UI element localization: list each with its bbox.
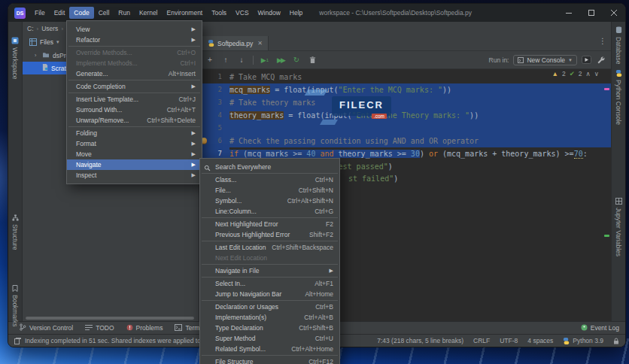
menubar-item-kernel[interactable]: Kernel — [135, 7, 163, 19]
menubar-item-code[interactable]: Code — [69, 7, 93, 19]
readonly-lock-icon[interactable] — [613, 338, 619, 344]
indent-size[interactable]: 4 spaces — [527, 337, 553, 344]
menu-item-last-edit-location[interactable]: Last Edit LocationCtrl+Shift+Backspace — [200, 242, 339, 253]
menu-item-generate[interactable]: Generate...Alt+Insert — [67, 68, 202, 79]
settings-wrench-icon[interactable] — [596, 56, 605, 64]
breadcrumb-item-users[interactable]: Users — [41, 25, 58, 32]
menu-item-jump-to-navigation-bar[interactable]: Jump to Navigation BarAlt+Home — [200, 289, 339, 299]
toolwindow-tab-todo[interactable]: TODO — [85, 324, 114, 332]
menu-item-unwrap-remove[interactable]: Unwrap/Remove...Ctrl+Shift+Delete — [67, 115, 202, 126]
menubar-item-environment[interactable]: Environment — [163, 7, 208, 19]
toolwindow-tab-jupyter-variables[interactable]: Jupyter Variables — [615, 198, 622, 256]
tab-softpedia-py[interactable]: Softpedia.py ✕ — [202, 36, 269, 50]
event-log-icon — [581, 324, 588, 332]
menu-item-navigate[interactable]: Navigate▶ — [67, 159, 202, 170]
menu-item-class[interactable]: Class...Ctrl+N — [200, 174, 339, 185]
menu-item-implementation-s[interactable]: Implementation(s)Ctrl+Alt+B — [200, 312, 339, 323]
menu-item-file[interactable]: File...Ctrl+Shift+N — [200, 185, 339, 196]
menu-item-folding[interactable]: Folding▶ — [67, 128, 202, 138]
toolwindow-tab-structure[interactable]: Structure — [11, 214, 19, 250]
menu-item-implement-methods[interactable]: Implement Methods...Ctrl+I — [67, 58, 202, 68]
move-up-button[interactable]: ↑ — [221, 56, 230, 64]
move-down-button[interactable]: ↓ — [237, 56, 246, 64]
watermark-subtext: .com — [372, 114, 387, 119]
run-in-select[interactable]: New Console ▼ — [513, 55, 577, 65]
prev-issue-icon[interactable]: ∧ — [586, 70, 591, 77]
menu-item-shortcut: Ctrl+N — [315, 174, 333, 185]
menu-item-code-completion[interactable]: Code Completion▶ — [67, 81, 202, 92]
menu-item-surround-with[interactable]: Surround With...Ctrl+Alt+T — [67, 105, 202, 115]
menubar-item-cell[interactable]: Cell — [94, 7, 114, 19]
menubar-item-vcs[interactable]: VCS — [231, 7, 253, 19]
python-interpreter[interactable]: Python 3.9 — [563, 337, 603, 344]
toolwindow-tab-database[interactable]: Database — [615, 26, 622, 64]
run-cell-button[interactable]: ▶1 — [260, 56, 269, 64]
menu-item-format[interactable]: Format▶ — [67, 138, 202, 149]
add-cell-button[interactable]: + — [205, 56, 214, 64]
menu-item-view[interactable]: View▶ — [67, 24, 202, 35]
menubar-item-tools[interactable]: Tools — [207, 7, 231, 19]
files-grid-icon — [29, 38, 37, 46]
error-stripe-mark[interactable] — [604, 88, 609, 90]
line-ending[interactable]: CRLF — [473, 337, 490, 344]
file-encoding[interactable]: UTF-8 — [500, 337, 518, 344]
breadcrumb-item-c[interactable]: C: — [27, 25, 34, 32]
menu-item-type-declaration[interactable]: Type DeclarationCtrl+Shift+B — [200, 323, 339, 333]
code-line: 4theory_marks = float(input("Enter the T… — [199, 109, 611, 122]
menubar-item-file[interactable]: File — [30, 7, 50, 19]
toolwindow-tab-version-control[interactable]: Version Control — [19, 323, 73, 332]
toolwindow-tab-python-console[interactable]: Python Console — [615, 70, 622, 125]
menu-item-file-structure[interactable]: File StructureCtrl+F12 — [200, 356, 339, 364]
menu-item-next-edit-location[interactable]: Next Edit Location — [200, 253, 339, 263]
menu-item-inspect[interactable]: Inspect▶ — [67, 170, 202, 180]
menu-item-next-highlighted-error[interactable]: Next Highlighted ErrorF2 — [200, 219, 339, 229]
horizontal-scrollbar[interactable] — [26, 317, 194, 320]
menu-item-override-methods[interactable]: Override Methods...Ctrl+O — [67, 47, 202, 58]
menu-item-move[interactable]: Move▶ — [67, 149, 202, 159]
close-button[interactable] — [603, 4, 625, 22]
menu-item-label: Folding — [76, 128, 97, 138]
menu-item-label: Format — [76, 138, 96, 149]
open-console-button[interactable] — [582, 56, 591, 64]
menu-item-label: Declaration or Usages — [215, 302, 278, 312]
menu-item-select-in[interactable]: Select In...Alt+F1 — [200, 278, 339, 289]
run-in-group: Run in: New Console ▼ — [489, 55, 605, 65]
menu-item-label: File... — [215, 185, 231, 196]
menu-item-insert-live-template[interactable]: Insert Live Template...Ctrl+J — [67, 94, 202, 105]
toolwindow-tab-bookmarks[interactable]: Bookmarks — [11, 285, 19, 327]
menu-item-line-column[interactable]: Line:Column...Ctrl+G — [200, 206, 339, 217]
menu-item-declaration-or-usages[interactable]: Declaration or UsagesCtrl+B — [200, 302, 339, 312]
python-logo-icon — [563, 338, 570, 344]
menubar-item-edit[interactable]: Edit — [50, 7, 70, 19]
menu-item-search-everywhere[interactable]: Search Everywhere — [200, 162, 339, 172]
menu-item-previous-highlighted-error[interactable]: Previous Highlighted ErrorShift+F2 — [200, 229, 339, 240]
close-tab-icon[interactable]: ✕ — [257, 40, 263, 47]
toolwindow-tab-label: Bookmarks — [11, 295, 19, 327]
menu-item-symbol[interactable]: Symbol...Ctrl+Alt+Shift+N — [200, 196, 339, 206]
menu-item-super-method[interactable]: Super MethodCtrl+U — [200, 333, 339, 344]
caret-position[interactable]: 7:43 (218 chars, 5 line breaks) — [377, 337, 463, 344]
menu-item-navigate-in-file[interactable]: Navigate in File▶ — [200, 265, 339, 276]
left-toolwindow-bar: WorkspaceStructureBookmarks — [8, 22, 23, 321]
more-options-icon[interactable]: ⋮ — [599, 37, 606, 45]
restart-kernel-icon[interactable]: ↻ — [292, 56, 301, 64]
delete-cell-button[interactable] — [308, 56, 317, 64]
inspections-widget[interactable]: ▲2 ✔2 ∧ ∨ — [552, 70, 599, 77]
menubar-item-run[interactable]: Run — [114, 7, 135, 19]
menu-item-shortcut: F2 — [326, 219, 333, 229]
toolwindow-tab-workspace[interactable]: Workspace — [11, 37, 19, 79]
run-all-button[interactable]: ▶▶ — [276, 56, 285, 64]
submenu-arrow-icon: ▶ — [192, 35, 196, 45]
menu-item-refactor[interactable]: Refactor▶ — [67, 35, 202, 45]
menu-item-related-symbol[interactable]: Related Symbol...Ctrl+Alt+Home — [200, 344, 339, 354]
next-issue-icon[interactable]: ∨ — [594, 70, 599, 77]
maximize-button[interactable] — [580, 4, 603, 22]
toolwindow-tab-problems[interactable]: Problems — [126, 324, 163, 332]
error-stripe-mark[interactable] — [604, 235, 609, 237]
menu-separator — [202, 173, 338, 174]
minimize-button[interactable] — [558, 4, 580, 22]
menu-item-label: Related Symbol... — [215, 344, 266, 354]
event-log-button[interactable]: Event Log — [581, 324, 619, 332]
menubar-item-help[interactable]: Help — [285, 7, 307, 19]
menubar-item-window[interactable]: Window — [254, 7, 285, 19]
